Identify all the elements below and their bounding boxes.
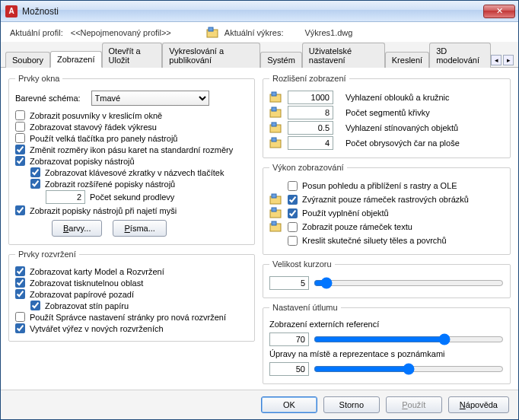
apply-button[interactable]: Použít bbox=[386, 396, 442, 413]
close-button[interactable]: ✕ bbox=[483, 5, 515, 18]
drawing-setting-icon bbox=[269, 91, 283, 103]
svg-rect-7 bbox=[272, 123, 276, 126]
delay-label: Počet sekund prodlevy bbox=[90, 192, 174, 202]
chk-largebuttons[interactable]: Použít velká tlačítka pro panely nástroj… bbox=[15, 133, 177, 143]
group-fade-legend: Nastavení útlumu bbox=[269, 303, 341, 312]
group-display-resolution: Rozlišení zobrazení Vyhlazení oblouků a … bbox=[263, 74, 511, 158]
drawing-setting-icon bbox=[269, 193, 283, 205]
drawing-value: Výkres1.dwg bbox=[304, 28, 352, 37]
chk-rasterframe[interactable]: Zvýraznit pouze rámeček rastrových obráz… bbox=[288, 195, 469, 205]
chk-printable[interactable]: Zobrazovat tisknutelnou oblast bbox=[15, 278, 143, 288]
cancel-button[interactable]: Storno bbox=[323, 396, 380, 413]
tab-display[interactable]: Zobrazení bbox=[50, 51, 102, 68]
drawing-setting-icon bbox=[269, 207, 283, 219]
ok-button[interactable]: OK bbox=[261, 396, 317, 413]
arc-smooth-label: Vyhlazení oblouků a kružnic bbox=[345, 93, 450, 102]
tab-plot[interactable]: Vykreslování a publikování bbox=[162, 43, 260, 68]
chk-statusbar[interactable]: Zobrazovat stavový řádek výkresu bbox=[15, 122, 157, 132]
group-layout-elements: Prvky rozvržení Zobrazovat karty Model a… bbox=[8, 250, 255, 342]
group-window-elements: Prvky okna Barevné schéma: Tmavé Zobrazi… bbox=[8, 74, 255, 245]
tab-files[interactable]: Soubory bbox=[5, 52, 50, 68]
profile-label: Aktuální profil: bbox=[10, 28, 63, 37]
svg-rect-1 bbox=[209, 27, 213, 31]
segments-label: Počet segmentů křivky bbox=[345, 108, 430, 117]
group-fade-control: Nastavení útlumu Zobrazení externích ref… bbox=[263, 303, 511, 384]
svg-rect-13 bbox=[272, 208, 276, 212]
window-title: Možnosti bbox=[22, 6, 483, 17]
arc-smooth-input[interactable] bbox=[288, 91, 333, 104]
colorscheme-select[interactable]: Tmavé bbox=[91, 91, 209, 106]
colors-button[interactable]: Barvy... bbox=[52, 220, 102, 237]
tab-scroll-right-icon[interactable]: ▸ bbox=[503, 55, 514, 65]
segments-input[interactable] bbox=[288, 106, 333, 119]
svg-rect-11 bbox=[272, 194, 276, 198]
colorscheme-label: Barevné schéma: bbox=[15, 94, 81, 103]
group-cursor-legend: Velikost kurzoru bbox=[269, 259, 335, 269]
footer: OK Storno Použít Nápověda bbox=[1, 390, 518, 419]
chk-fill[interactable]: Použít vyplnění objektů bbox=[288, 208, 389, 218]
spacer-icon bbox=[269, 180, 283, 192]
tab-system[interactable]: Systém bbox=[260, 52, 302, 68]
drawing-icon bbox=[206, 27, 220, 39]
chk-scrollbars[interactable]: Zobrazit posuvníky v kreslicím okně bbox=[15, 110, 162, 120]
svg-rect-9 bbox=[272, 138, 276, 142]
group-display-performance: Výkon zobrazování Posun pohledu a přiblí… bbox=[263, 163, 511, 255]
chk-papershadow[interactable]: Zobrazovat stín papíru bbox=[30, 301, 129, 310]
tab-scroll-left-icon[interactable]: ◂ bbox=[491, 55, 501, 65]
tab-drafting[interactable]: Kreslení bbox=[385, 52, 429, 68]
contour-input[interactable] bbox=[288, 136, 333, 150]
chk-pagesetup[interactable]: Použít Správce nastavení stránky pro nov… bbox=[15, 312, 226, 322]
group-cursor-size: Velikost kurzoru bbox=[263, 259, 511, 298]
chk-panzoom[interactable]: Posun pohledu a přiblížení s rastry a OL… bbox=[288, 181, 457, 191]
inplace-fade-label: Úpravy na místě a reprezentace s poznámk… bbox=[269, 349, 504, 358]
drawing-label: Aktuální výkres: bbox=[224, 28, 284, 37]
chk-shortcuts[interactable]: Zobrazovat klávesové zkratky v názvech t… bbox=[30, 167, 224, 177]
chk-silhouette[interactable]: Kreslit skutečné siluety těles a povrchů bbox=[288, 236, 447, 246]
drawing-setting-icon bbox=[269, 137, 283, 149]
chk-paperbg[interactable]: Zobrazovat papírové pozadí bbox=[15, 289, 134, 299]
drawing-setting-icon bbox=[269, 107, 283, 119]
contour-label: Počet obrysových čar na ploše bbox=[345, 138, 460, 148]
rendered-smooth-label: Vyhlazení stínovaných objektů bbox=[345, 123, 458, 132]
profile-value: <<Nepojmenovaný profil>> bbox=[71, 28, 171, 37]
group-layout-legend: Prvky rozvržení bbox=[15, 250, 79, 259]
chk-tooltips[interactable]: Zobrazovat popisky nástrojů bbox=[15, 156, 135, 166]
inplace-fade-input[interactable] bbox=[269, 362, 309, 376]
rendered-smooth-input[interactable] bbox=[288, 121, 333, 135]
drawing-setting-icon bbox=[269, 122, 283, 134]
delay-input[interactable] bbox=[46, 190, 85, 204]
xref-fade-label: Zobrazení externích referencí bbox=[269, 320, 504, 329]
cursor-size-input[interactable] bbox=[269, 276, 309, 290]
group-res-legend: Rozlišení zobrazení bbox=[269, 74, 349, 83]
chk-hovertips[interactable]: Zobrazit popisky nástrojů při najetí myš… bbox=[15, 205, 177, 215]
chk-resizeicons[interactable]: Změnit rozměry ikon pásu karet na standa… bbox=[15, 145, 233, 154]
chk-textframe[interactable]: Zobrazit pouze rámeček textu bbox=[288, 222, 412, 232]
help-button[interactable]: Nápověda bbox=[448, 396, 509, 413]
tab-opensave[interactable]: Otevřít a Uložit bbox=[102, 43, 163, 68]
xref-fade-slider[interactable] bbox=[314, 333, 504, 345]
inplace-fade-slider[interactable] bbox=[314, 363, 504, 375]
header-row: Aktuální profil: <<Nepojmenovaný profil>… bbox=[1, 22, 518, 42]
xref-fade-input[interactable] bbox=[269, 332, 309, 346]
content: Prvky okna Barevné schéma: Tmavé Zobrazi… bbox=[1, 68, 518, 390]
tabstrip: Soubory Zobrazení Otevřít a Uložit Vykre… bbox=[1, 42, 518, 68]
titlebar: A Možnosti ✕ bbox=[1, 1, 518, 22]
cursor-size-slider[interactable] bbox=[314, 277, 504, 289]
chk-exttips[interactable]: Zobrazit rozšířené popisky nástrojů bbox=[30, 179, 175, 189]
svg-rect-15 bbox=[272, 221, 276, 225]
tab-3dmodel[interactable]: 3D modelování bbox=[429, 43, 491, 68]
svg-rect-3 bbox=[272, 92, 276, 96]
group-perf-legend: Výkon zobrazování bbox=[269, 163, 347, 172]
chk-modeltabs[interactable]: Zobrazovat karty Model a Rozvržení bbox=[15, 266, 164, 276]
group-window-legend: Prvky okna bbox=[15, 74, 62, 83]
app-icon: A bbox=[5, 5, 18, 18]
tab-userpref[interactable]: Uživatelské nastavení bbox=[302, 43, 385, 68]
fonts-button[interactable]: Písma... bbox=[113, 220, 166, 237]
spacer-icon bbox=[269, 234, 283, 247]
drawing-setting-icon bbox=[269, 221, 283, 233]
chk-viewport[interactable]: Vytvářet výřez v nových rozvrženích bbox=[15, 323, 164, 333]
options-dialog: A Možnosti ✕ Aktuální profil: <<Nepojmen… bbox=[0, 0, 519, 420]
svg-rect-5 bbox=[272, 107, 276, 111]
